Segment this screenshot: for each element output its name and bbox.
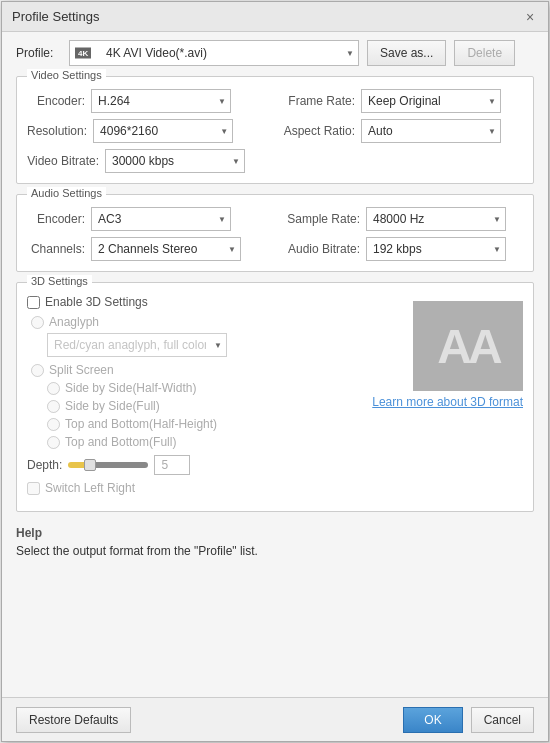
anaglyph-radio[interactable] <box>31 316 44 329</box>
aspectratio-row: Aspect Ratio: Auto 16:9 4:3 <box>280 119 523 143</box>
splitscreen-radio[interactable] <box>31 364 44 377</box>
samplerate-select[interactable]: 48000 Hz 44100 Hz <box>366 207 506 231</box>
switch-leftright-row: Switch Left Right <box>27 481 362 495</box>
sbs-full-row: Side by Side(Full) <box>47 399 362 413</box>
dialog-title: Profile Settings <box>12 9 99 24</box>
sbs-half-radio[interactable] <box>47 382 60 395</box>
video-bitrate-row: Video Bitrate: 30000 kbps 20000 kbps <box>27 149 270 173</box>
sbs-half-label: Side by Side(Half-Width) <box>65 381 196 395</box>
help-text: Select the output format from the "Profi… <box>16 544 534 558</box>
dialog-content: Profile: 4K 4K AVI Video(*.avi) Save as.… <box>2 32 548 697</box>
delete-button[interactable]: Delete <box>454 40 515 66</box>
ok-button[interactable]: OK <box>403 707 462 733</box>
audio-settings-title: Audio Settings <box>27 187 106 199</box>
sbs-full-label: Side by Side(Full) <box>65 399 160 413</box>
profile-select[interactable]: 4K AVI Video(*.avi) <box>69 40 359 66</box>
anaglyph-label: Anaglyph <box>49 315 99 329</box>
resolution-label: Resolution: <box>27 124 87 138</box>
tb-full-row: Top and Bottom(Full) <box>47 435 362 449</box>
switch-leftright-label: Switch Left Right <box>45 481 135 495</box>
encoder-row: Encoder: H.264 H.265 MPEG-4 <box>27 89 270 113</box>
channels-row: Channels: 2 Channels Stereo Mono 5.1 Cha… <box>27 237 270 261</box>
3d-settings-title: 3D Settings <box>27 275 92 287</box>
enable-3d-row: Enable 3D Settings <box>27 295 362 309</box>
3d-settings-section: 3D Settings Enable 3D Settings Anaglyph <box>16 282 534 512</box>
anaglyph-select[interactable]: Red/cyan anaglyph, full color <box>47 333 227 357</box>
save-as-button[interactable]: Save as... <box>367 40 446 66</box>
restore-defaults-button[interactable]: Restore Defaults <box>16 707 131 733</box>
depth-label: Depth: <box>27 458 62 472</box>
audio-encoder-label: Encoder: <box>27 212 85 226</box>
tb-half-label: Top and Bottom(Half-Height) <box>65 417 217 431</box>
samplerate-row: Sample Rate: 48000 Hz 44100 Hz <box>280 207 523 231</box>
tb-full-radio[interactable] <box>47 436 60 449</box>
channels-label: Channels: <box>27 242 85 256</box>
splitscreen-label: Split Screen <box>49 363 114 377</box>
preview-aa-text: AA <box>437 319 498 374</box>
help-section: Help Select the output format from the "… <box>16 522 534 562</box>
enable-3d-label: Enable 3D Settings <box>45 295 148 309</box>
depth-slider-thumb <box>84 459 96 471</box>
profile-select-wrap: 4K 4K AVI Video(*.avi) <box>69 40 359 66</box>
switch-leftright-checkbox[interactable] <box>27 482 40 495</box>
samplerate-label: Sample Rate: <box>280 212 360 226</box>
depth-row: Depth: <box>27 455 362 475</box>
tb-half-radio[interactable] <box>47 418 60 431</box>
channels-select[interactable]: 2 Channels Stereo Mono 5.1 Channels <box>91 237 241 261</box>
tb-full-label: Top and Bottom(Full) <box>65 435 176 449</box>
video-settings-grid: Encoder: H.264 H.265 MPEG-4 Resolution: <box>27 89 523 173</box>
cancel-button[interactable]: Cancel <box>471 707 534 733</box>
audio-encoder-row: Encoder: AC3 AAC MP3 <box>27 207 270 231</box>
audio-bitrate-label: Audio Bitrate: <box>280 242 360 256</box>
learn-more-link[interactable]: Learn more about 3D format <box>372 395 523 409</box>
enable-3d-checkbox[interactable] <box>27 296 40 309</box>
sbs-full-radio[interactable] <box>47 400 60 413</box>
title-bar: Profile Settings × <box>2 2 548 32</box>
bottom-bar: Restore Defaults OK Cancel <box>2 697 548 741</box>
video-bitrate-select[interactable]: 30000 kbps 20000 kbps <box>105 149 245 173</box>
audio-bitrate-row: Audio Bitrate: 192 kbps 128 kbps 320 kbp… <box>280 237 523 261</box>
framerate-select[interactable]: Keep Original 29.97 25 <box>361 89 501 113</box>
close-button[interactable]: × <box>522 9 538 25</box>
encoder-select[interactable]: H.264 H.265 MPEG-4 <box>91 89 231 113</box>
video-settings-section: Video Settings Encoder: H.264 H.265 MPEG… <box>16 76 534 184</box>
framerate-row: Frame Rate: Keep Original 29.97 25 <box>280 89 523 113</box>
aspectratio-label: Aspect Ratio: <box>280 124 355 138</box>
splitscreen-row: Split Screen <box>31 363 362 377</box>
profile-label: Profile: <box>16 46 61 60</box>
tb-half-row: Top and Bottom(Half-Height) <box>47 417 362 431</box>
help-title: Help <box>16 526 534 540</box>
audio-settings-grid: Encoder: AC3 AAC MP3 Channels: <box>27 207 523 261</box>
profile-icon: 4K <box>75 48 91 59</box>
resolution-select[interactable]: 4096*2160 1920*1080 <box>93 119 233 143</box>
sbs-half-row: Side by Side(Half-Width) <box>47 381 362 395</box>
audio-settings-section: Audio Settings Encoder: AC3 AAC MP3 <box>16 194 534 272</box>
video-settings-title: Video Settings <box>27 69 106 81</box>
profile-settings-dialog: Profile Settings × Profile: 4K 4K AVI Vi… <box>1 1 549 742</box>
resolution-row: Resolution: 4096*2160 1920*1080 <box>27 119 270 143</box>
3d-preview-box: AA <box>413 301 523 391</box>
audio-encoder-select[interactable]: AC3 AAC MP3 <box>91 207 231 231</box>
video-bitrate-label: Video Bitrate: <box>27 154 99 168</box>
encoder-label: Encoder: <box>27 94 85 108</box>
depth-slider-track <box>68 462 148 468</box>
profile-row: Profile: 4K 4K AVI Video(*.avi) Save as.… <box>16 40 534 66</box>
depth-input[interactable] <box>154 455 190 475</box>
framerate-label: Frame Rate: <box>280 94 355 108</box>
audio-bitrate-select[interactable]: 192 kbps 128 kbps 320 kbps <box>366 237 506 261</box>
aspectratio-select[interactable]: Auto 16:9 4:3 <box>361 119 501 143</box>
anaglyph-row: Anaglyph <box>31 315 362 329</box>
